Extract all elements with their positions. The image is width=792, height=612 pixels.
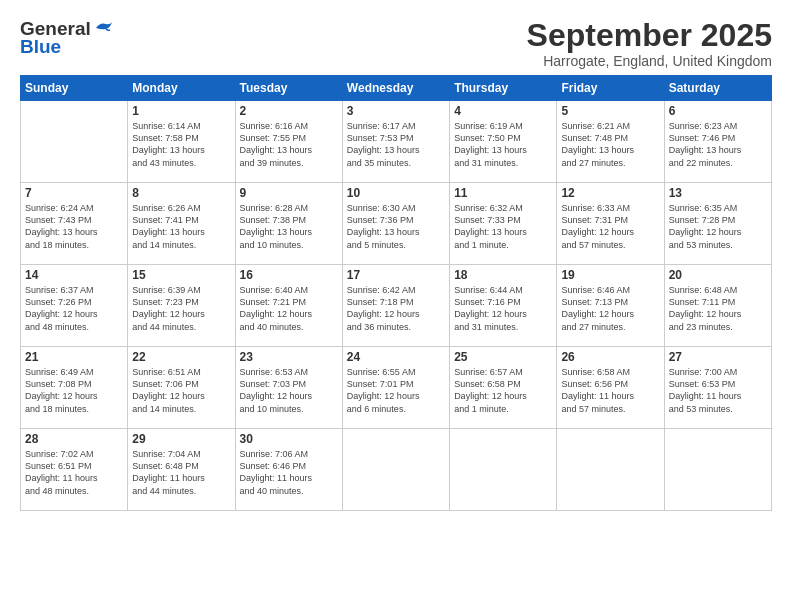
day-number: 3 [347, 104, 445, 118]
day-info: Sunrise: 6:49 AMSunset: 7:08 PMDaylight:… [25, 366, 123, 415]
col-sunday: Sunday [21, 76, 128, 101]
day-number: 15 [132, 268, 230, 282]
day-number: 13 [669, 186, 767, 200]
calendar-cell: 14Sunrise: 6:37 AMSunset: 7:26 PMDayligh… [21, 265, 128, 347]
logo-bird-icon [92, 20, 114, 36]
calendar-header-row: Sunday Monday Tuesday Wednesday Thursday… [21, 76, 772, 101]
day-number: 21 [25, 350, 123, 364]
day-number: 1 [132, 104, 230, 118]
calendar-week-row-3: 21Sunrise: 6:49 AMSunset: 7:08 PMDayligh… [21, 347, 772, 429]
calendar-cell [664, 429, 771, 511]
col-friday: Friday [557, 76, 664, 101]
calendar-cell: 16Sunrise: 6:40 AMSunset: 7:21 PMDayligh… [235, 265, 342, 347]
col-wednesday: Wednesday [342, 76, 449, 101]
day-number: 7 [25, 186, 123, 200]
day-number: 23 [240, 350, 338, 364]
day-number: 11 [454, 186, 552, 200]
calendar-cell: 28Sunrise: 7:02 AMSunset: 6:51 PMDayligh… [21, 429, 128, 511]
calendar-cell: 24Sunrise: 6:55 AMSunset: 7:01 PMDayligh… [342, 347, 449, 429]
calendar-cell: 10Sunrise: 6:30 AMSunset: 7:36 PMDayligh… [342, 183, 449, 265]
day-info: Sunrise: 6:51 AMSunset: 7:06 PMDaylight:… [132, 366, 230, 415]
day-number: 2 [240, 104, 338, 118]
day-number: 5 [561, 104, 659, 118]
calendar-cell: 1Sunrise: 6:14 AMSunset: 7:58 PMDaylight… [128, 101, 235, 183]
calendar-cell: 11Sunrise: 6:32 AMSunset: 7:33 PMDayligh… [450, 183, 557, 265]
calendar-cell: 4Sunrise: 6:19 AMSunset: 7:50 PMDaylight… [450, 101, 557, 183]
day-info: Sunrise: 6:40 AMSunset: 7:21 PMDaylight:… [240, 284, 338, 333]
calendar-cell: 21Sunrise: 6:49 AMSunset: 7:08 PMDayligh… [21, 347, 128, 429]
calendar-cell: 25Sunrise: 6:57 AMSunset: 6:58 PMDayligh… [450, 347, 557, 429]
day-info: Sunrise: 6:33 AMSunset: 7:31 PMDaylight:… [561, 202, 659, 251]
day-info: Sunrise: 7:00 AMSunset: 6:53 PMDaylight:… [669, 366, 767, 415]
calendar-cell: 3Sunrise: 6:17 AMSunset: 7:53 PMDaylight… [342, 101, 449, 183]
calendar-cell: 26Sunrise: 6:58 AMSunset: 6:56 PMDayligh… [557, 347, 664, 429]
col-thursday: Thursday [450, 76, 557, 101]
day-number: 12 [561, 186, 659, 200]
calendar-cell: 12Sunrise: 6:33 AMSunset: 7:31 PMDayligh… [557, 183, 664, 265]
day-number: 4 [454, 104, 552, 118]
day-info: Sunrise: 6:46 AMSunset: 7:13 PMDaylight:… [561, 284, 659, 333]
day-info: Sunrise: 6:32 AMSunset: 7:33 PMDaylight:… [454, 202, 552, 251]
logo: General Blue [20, 18, 114, 58]
day-info: Sunrise: 6:39 AMSunset: 7:23 PMDaylight:… [132, 284, 230, 333]
day-info: Sunrise: 6:16 AMSunset: 7:55 PMDaylight:… [240, 120, 338, 169]
day-number: 14 [25, 268, 123, 282]
col-saturday: Saturday [664, 76, 771, 101]
day-number: 6 [669, 104, 767, 118]
day-number: 29 [132, 432, 230, 446]
day-info: Sunrise: 6:30 AMSunset: 7:36 PMDaylight:… [347, 202, 445, 251]
calendar-cell: 8Sunrise: 6:26 AMSunset: 7:41 PMDaylight… [128, 183, 235, 265]
month-title: September 2025 [527, 18, 772, 53]
day-info: Sunrise: 7:02 AMSunset: 6:51 PMDaylight:… [25, 448, 123, 497]
col-monday: Monday [128, 76, 235, 101]
calendar-week-row-1: 7Sunrise: 6:24 AMSunset: 7:43 PMDaylight… [21, 183, 772, 265]
day-info: Sunrise: 6:48 AMSunset: 7:11 PMDaylight:… [669, 284, 767, 333]
day-info: Sunrise: 6:37 AMSunset: 7:26 PMDaylight:… [25, 284, 123, 333]
day-number: 25 [454, 350, 552, 364]
day-info: Sunrise: 7:06 AMSunset: 6:46 PMDaylight:… [240, 448, 338, 497]
day-number: 26 [561, 350, 659, 364]
calendar-week-row-2: 14Sunrise: 6:37 AMSunset: 7:26 PMDayligh… [21, 265, 772, 347]
day-info: Sunrise: 6:57 AMSunset: 6:58 PMDaylight:… [454, 366, 552, 415]
day-info: Sunrise: 6:21 AMSunset: 7:48 PMDaylight:… [561, 120, 659, 169]
day-number: 10 [347, 186, 445, 200]
calendar-cell: 9Sunrise: 6:28 AMSunset: 7:38 PMDaylight… [235, 183, 342, 265]
calendar-cell: 19Sunrise: 6:46 AMSunset: 7:13 PMDayligh… [557, 265, 664, 347]
calendar-cell [342, 429, 449, 511]
day-info: Sunrise: 6:58 AMSunset: 6:56 PMDaylight:… [561, 366, 659, 415]
day-info: Sunrise: 6:14 AMSunset: 7:58 PMDaylight:… [132, 120, 230, 169]
day-info: Sunrise: 6:53 AMSunset: 7:03 PMDaylight:… [240, 366, 338, 415]
day-info: Sunrise: 6:24 AMSunset: 7:43 PMDaylight:… [25, 202, 123, 251]
calendar-cell: 22Sunrise: 6:51 AMSunset: 7:06 PMDayligh… [128, 347, 235, 429]
calendar-cell: 23Sunrise: 6:53 AMSunset: 7:03 PMDayligh… [235, 347, 342, 429]
calendar-week-row-0: 1Sunrise: 6:14 AMSunset: 7:58 PMDaylight… [21, 101, 772, 183]
day-number: 17 [347, 268, 445, 282]
calendar: Sunday Monday Tuesday Wednesday Thursday… [20, 75, 772, 511]
day-number: 18 [454, 268, 552, 282]
day-info: Sunrise: 6:28 AMSunset: 7:38 PMDaylight:… [240, 202, 338, 251]
calendar-cell: 27Sunrise: 7:00 AMSunset: 6:53 PMDayligh… [664, 347, 771, 429]
day-number: 9 [240, 186, 338, 200]
page: General Blue September 2025 Harrogate, E… [0, 0, 792, 612]
day-number: 27 [669, 350, 767, 364]
calendar-cell: 7Sunrise: 6:24 AMSunset: 7:43 PMDaylight… [21, 183, 128, 265]
calendar-cell: 29Sunrise: 7:04 AMSunset: 6:48 PMDayligh… [128, 429, 235, 511]
day-number: 22 [132, 350, 230, 364]
title-block: September 2025 Harrogate, England, Unite… [527, 18, 772, 69]
day-number: 16 [240, 268, 338, 282]
calendar-cell [450, 429, 557, 511]
calendar-cell: 30Sunrise: 7:06 AMSunset: 6:46 PMDayligh… [235, 429, 342, 511]
calendar-cell: 6Sunrise: 6:23 AMSunset: 7:46 PMDaylight… [664, 101, 771, 183]
calendar-cell: 2Sunrise: 6:16 AMSunset: 7:55 PMDaylight… [235, 101, 342, 183]
calendar-cell [21, 101, 128, 183]
day-info: Sunrise: 6:23 AMSunset: 7:46 PMDaylight:… [669, 120, 767, 169]
day-info: Sunrise: 6:55 AMSunset: 7:01 PMDaylight:… [347, 366, 445, 415]
day-info: Sunrise: 6:44 AMSunset: 7:16 PMDaylight:… [454, 284, 552, 333]
day-info: Sunrise: 6:17 AMSunset: 7:53 PMDaylight:… [347, 120, 445, 169]
day-info: Sunrise: 6:35 AMSunset: 7:28 PMDaylight:… [669, 202, 767, 251]
col-tuesday: Tuesday [235, 76, 342, 101]
calendar-cell: 18Sunrise: 6:44 AMSunset: 7:16 PMDayligh… [450, 265, 557, 347]
day-info: Sunrise: 6:42 AMSunset: 7:18 PMDaylight:… [347, 284, 445, 333]
calendar-cell: 5Sunrise: 6:21 AMSunset: 7:48 PMDaylight… [557, 101, 664, 183]
day-info: Sunrise: 7:04 AMSunset: 6:48 PMDaylight:… [132, 448, 230, 497]
